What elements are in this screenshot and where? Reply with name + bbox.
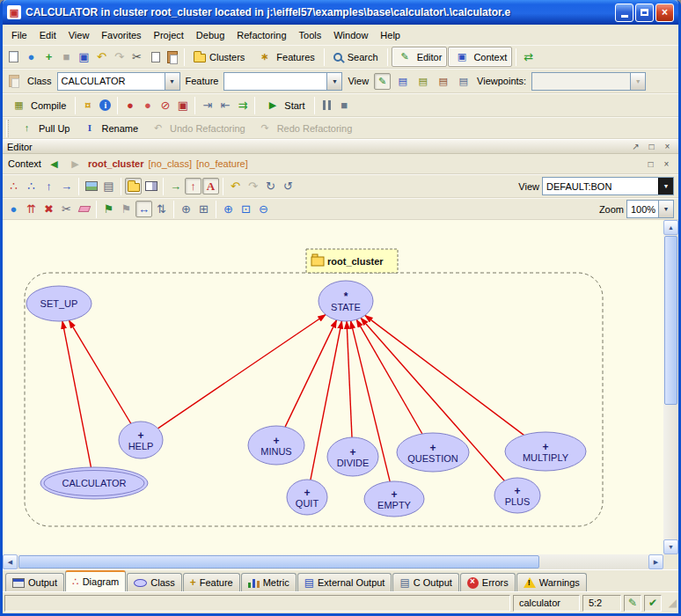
undo-refactoring-button[interactable]: ↶ Undo Refactoring: [144, 118, 251, 138]
scroll-down-icon[interactable]: ▼: [663, 539, 678, 554]
pause-icon[interactable]: [319, 97, 335, 114]
menu-refactoring[interactable]: Refactoring: [231, 27, 292, 43]
diagram-view-arrow-icon[interactable]: ▼: [658, 178, 673, 194]
view-flat-icon[interactable]: ▤: [414, 73, 431, 90]
view-clickable-icon[interactable]: ▤: [394, 73, 411, 90]
vertical-scrollbar[interactable]: ▲ ▼: [663, 220, 678, 554]
labels-toggle-icon[interactable]: A: [202, 178, 219, 194]
redo-diagram-icon[interactable]: ↷: [245, 178, 261, 194]
view-editor-icon[interactable]: ✎: [374, 73, 391, 90]
menu-help[interactable]: Help: [374, 27, 406, 43]
class-node-plus[interactable]: +PLUS: [494, 478, 540, 513]
clusters-button[interactable]: Clusters: [188, 47, 250, 67]
tab-class[interactable]: Class: [127, 573, 182, 591]
add-flag-icon[interactable]: ⚑: [100, 201, 117, 217]
debug-run-finalized-icon[interactable]: ●: [139, 97, 156, 114]
print-diagram-icon[interactable]: ▤: [100, 178, 117, 194]
force-layout-icon[interactable]: ⇈: [23, 201, 40, 217]
class-node-quit[interactable]: +QUIT: [287, 480, 327, 515]
grid-icon[interactable]: ⊞: [195, 201, 212, 217]
class-node-multiply[interactable]: +MULTIPLY: [505, 432, 586, 471]
cut-icon[interactable]: ✂: [128, 48, 145, 65]
resize-grip[interactable]: ◢: [664, 598, 677, 608]
eraser-icon[interactable]: [76, 201, 92, 217]
menu-window[interactable]: Window: [327, 27, 374, 43]
center-on-target-icon[interactable]: →: [167, 178, 184, 194]
title-bar[interactable]: ▣ CALCULATOR in cluster root_cluster loc…: [3, 0, 678, 25]
external-editor-icon[interactable]: ⇄: [520, 48, 537, 65]
editor-toggle-button[interactable]: ✎ Editor: [392, 47, 448, 67]
tab-warnings[interactable]: Warnings: [516, 573, 587, 591]
ignore-breakpoints-icon[interactable]: ⊘: [157, 97, 173, 114]
class-node-help[interactable]: +HELP: [119, 422, 163, 458]
class-combo[interactable]: CALCULATOR ▼: [57, 72, 180, 91]
cluster-hierarchy-icon[interactable]: ∴: [23, 178, 40, 194]
undo-diagram-icon[interactable]: ↶: [227, 178, 244, 194]
search-button[interactable]: Search: [328, 47, 384, 67]
debug-run-icon[interactable]: ●: [121, 97, 138, 114]
diagram-canvas[interactable]: root_clusterSET_UP*STATE+HELPCALCULATOR+…: [3, 220, 663, 554]
toolbar-grip[interactable]: [6, 120, 9, 137]
paste-class-icon[interactable]: [5, 73, 22, 90]
feature-combo[interactable]: ▼: [223, 72, 342, 91]
menu-debug[interactable]: Debug: [190, 27, 231, 43]
float-pane-icon[interactable]: ↗: [629, 141, 642, 152]
open-file-icon[interactable]: ●: [23, 48, 40, 65]
depth-up-icon[interactable]: ↑: [185, 178, 201, 194]
crosshair-icon[interactable]: ⊕: [178, 201, 194, 217]
close-pane-icon[interactable]: ×: [661, 141, 674, 152]
maximize-pane-icon[interactable]: □: [644, 158, 657, 170]
zoom-fit-icon[interactable]: ⊡: [238, 201, 254, 217]
diagram-view-combo[interactable]: DEFAULT:BON ▼: [542, 177, 674, 195]
class-node-empty[interactable]: +EMPTY: [364, 481, 424, 517]
menu-favorites[interactable]: Favorites: [95, 27, 147, 43]
client-links-icon[interactable]: →: [58, 178, 75, 194]
undo-icon[interactable]: ↶: [93, 48, 110, 65]
scroll-left-icon[interactable]: ◀: [3, 554, 18, 569]
sort-icon[interactable]: ⇅: [153, 201, 170, 217]
maximize-pane-icon[interactable]: □: [645, 141, 658, 152]
class-node-question[interactable]: +QUESTION: [397, 433, 469, 472]
fit-width-icon[interactable]: ↔: [135, 201, 152, 217]
redo-icon[interactable]: ↷: [111, 48, 128, 65]
menu-file[interactable]: File: [5, 27, 33, 43]
diagram-canvas-holder[interactable]: root_clusterSET_UP*STATE+HELPCALCULATOR+…: [3, 220, 663, 554]
zoom-combo[interactable]: 100% ▼: [626, 200, 674, 218]
zoom-combo-arrow-icon[interactable]: ▼: [658, 201, 673, 217]
menu-project[interactable]: Project: [148, 27, 190, 43]
remove-flag-icon[interactable]: ⚑: [118, 201, 135, 217]
export-png-icon[interactable]: [83, 178, 99, 194]
copy-icon[interactable]: [146, 48, 163, 65]
tab-external-output[interactable]: ▤ External Output: [297, 573, 392, 591]
class-node-divide[interactable]: +DIVIDE: [327, 437, 378, 476]
delete-item-icon[interactable]: ✖: [40, 201, 57, 217]
menu-tools[interactable]: Tools: [293, 27, 328, 43]
context-toggle-button[interactable]: ▣ Context: [448, 47, 512, 67]
start-button[interactable]: ▶ Start: [259, 95, 310, 115]
step-into-icon[interactable]: ⇥: [199, 97, 216, 114]
minimize-button[interactable]: [615, 4, 633, 22]
class-node-calculator[interactable]: CALCULATOR: [40, 467, 148, 499]
class-node-set_up[interactable]: SET_UP: [26, 286, 92, 321]
scroll-up-icon[interactable]: ▲: [663, 220, 678, 235]
history-back-icon[interactable]: ◀: [46, 156, 62, 172]
tab-feature[interactable]: + Feature: [183, 573, 240, 591]
show-clusters-icon[interactable]: [125, 178, 142, 194]
redo-refactoring-button[interactable]: ↷ Redo Refactoring: [252, 118, 358, 138]
history-forward-icon[interactable]: ▶: [67, 156, 84, 172]
freeze-icon[interactable]: ¤: [79, 97, 96, 114]
features-button[interactable]: ∗ Features: [251, 47, 319, 67]
add-item-icon[interactable]: +: [40, 48, 57, 65]
close-button[interactable]: ×: [655, 4, 674, 22]
stop-application-icon[interactable]: ▣: [174, 97, 191, 114]
cut-links-icon[interactable]: ✂: [58, 201, 75, 217]
menu-edit[interactable]: Edit: [33, 27, 62, 43]
close-pane-icon[interactable]: ×: [660, 158, 673, 170]
step-out-icon[interactable]: ⇤: [216, 97, 233, 114]
tab-errors[interactable]: Errors: [460, 573, 516, 591]
tab-diagram[interactable]: ∴ Diagram: [65, 570, 126, 591]
maximize-button[interactable]: [635, 4, 654, 22]
reset-diagram-icon[interactable]: ↺: [280, 178, 297, 194]
save-all-icon[interactable]: ▣: [76, 48, 92, 65]
tab-metric[interactable]: Metric: [241, 573, 297, 591]
